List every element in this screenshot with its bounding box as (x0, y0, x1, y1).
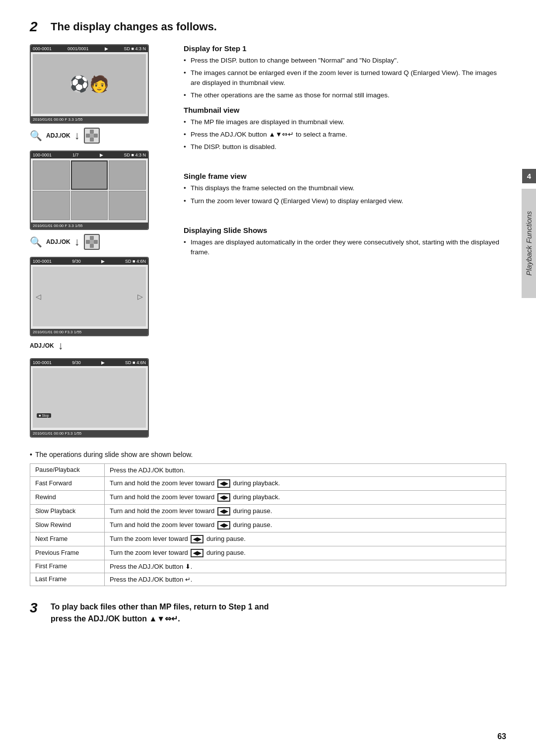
svg-rect-7 (90, 240, 94, 244)
list-item: This displays the frame selected on the … (184, 183, 506, 193)
screen4-group: 100-0001 9/30 ▶ SD ■ 4:6N ■ Stop 2010/01… (30, 358, 169, 441)
table-cell-action: Last Frame (30, 573, 105, 586)
screen1-image: ⚽🧑 (33, 54, 146, 114)
play-icon-2: ▶ (100, 152, 103, 157)
play-icon: ▶ (105, 46, 108, 51)
table-cell-action: Pause/Playback (30, 463, 105, 476)
svg-rect-6 (86, 240, 90, 244)
thumb-cell-active (71, 160, 108, 190)
slide-shows-heading: Displaying Slide Shows (184, 226, 506, 234)
svg-rect-4 (90, 138, 94, 142)
screen4-bottom: 2010/01/01 00:00 F3.3 1/55 (31, 430, 148, 437)
svg-rect-3 (94, 134, 98, 138)
adjok-control-1: 🔍 ADJ./OK ↓ (30, 128, 169, 144)
camera-screen-3: 100-0001 9/30 ▶ SD ■ 4:6N ◁ ▷ 2010/01/01… (30, 257, 149, 336)
down-arrow-1: ↓ (74, 130, 80, 141)
adjok-control-2: 🔍 ADJ./OK ↓ (30, 234, 169, 250)
screen1-top: 000-0001 0001/0001 ▶ SD ■ 4:3 N (31, 45, 148, 52)
table-cell-action: Slow Playback (30, 504, 105, 518)
slide-image: ■ Stop (33, 368, 146, 428)
thumb-cell (33, 191, 70, 220)
thumb-cell (33, 160, 70, 190)
table-cell-desc: Turn and hold the zoom lever toward ◀▶ d… (105, 504, 506, 518)
table-row: Pause/Playback Press the ADJ./OK button. (30, 463, 506, 476)
soccer-figure: ⚽🧑 (69, 75, 109, 93)
nav-left-icon: ◁ (36, 293, 41, 301)
page-number: 63 (497, 732, 506, 741)
thumbnail-grid (33, 160, 146, 220)
slide-shows-list: Images are displayed automatically in th… (184, 237, 506, 258)
step2-heading: 2 The display changes as follows. (30, 20, 506, 34)
single-frame-list: This displays the frame selected on the … (184, 183, 506, 206)
symbol-next: ◀▶ (191, 535, 203, 543)
table-cell-desc: Press the ADJ./OK button. (105, 463, 506, 476)
left-column: 000-0001 0001/0001 ▶ SD ■ 4:3 N ⚽🧑 2010/… (30, 44, 169, 441)
table-row: Next Frame Turn the zoom lever toward ◀▶… (30, 532, 506, 546)
adj-label-2: ADJ./OK (46, 238, 70, 245)
list-item: Press the ADJ./OK button ▲▼⇔↵ to select … (184, 130, 506, 140)
screen3-group: 100-0001 9/30 ▶ SD ■ 4:6N ◁ ▷ 2010/01/01… (30, 257, 169, 358)
list-item: The other operations are the same as tho… (184, 90, 506, 100)
table-cell-action: First Frame (30, 560, 105, 573)
play-icon-3: ▶ (101, 259, 105, 264)
screen4-top: 100-0001 9/30 ▶ SD ■ 4:6N (31, 359, 148, 366)
thumbnail-view-section: Thumbnail view The MP file images are di… (184, 106, 506, 152)
table-cell-action: Previous Frame (30, 546, 105, 560)
table-cell-desc: Press the ADJ./OK button ↵. (105, 573, 506, 586)
symbol-prev: ◀▶ (191, 549, 203, 557)
step3-text: To play back files other than MP files, … (51, 601, 269, 625)
table-cell-desc: Turn the zoom lever toward ◀▶ during pau… (105, 546, 506, 560)
enter-symbol: ↵ (185, 576, 191, 583)
table-row: Rewind Turn and hold the zoom lever towa… (30, 490, 506, 504)
table-cell-action: Slow Rewind (30, 518, 105, 532)
operations-intro: The operations during slide show are sho… (30, 451, 506, 458)
thumbnail-view-list: The MP file images are displayed in thum… (184, 117, 506, 152)
list-item: The images cannot be enlarged even if th… (184, 68, 506, 88)
list-item: Turn the zoom lever toward Q (Enlarged V… (184, 196, 506, 206)
operations-table: Pause/Playback Press the ADJ./OK button.… (30, 463, 506, 586)
thumb-cell (109, 191, 146, 220)
adjok-control-3: ADJ./OK ↓ (30, 340, 169, 351)
symbol-fastforward: ◀▶ (217, 479, 230, 488)
camera-screen-2: 100-0001 1/7 ▶ SD ■ 4:3 N 2010/01/01 00:… (30, 151, 149, 230)
magnifier-icon: 🔍 (30, 130, 42, 142)
screen1-bottom: 2010/01/01 00:00 F 3.3 1/55 (31, 116, 148, 123)
display-for-step1-heading: Display for Step 1 (184, 44, 506, 53)
list-item: Press the DISP. button to change between… (184, 56, 506, 66)
camera-screen-4: 100-0001 9/30 ▶ SD ■ 4:6N ■ Stop 2010/01… (30, 358, 149, 438)
screen2-group: 100-0001 1/7 ▶ SD ■ 4:3 N 2010/01/01 00:… (30, 151, 169, 257)
screen3-bottom: 2010/01/01 00:00 F3.3 1/55 (31, 329, 148, 335)
step3-number: 3 (30, 601, 45, 615)
down-arrow-2: ↓ (74, 236, 80, 247)
table-cell-desc: Turn and hold the zoom lever toward ◀▶ d… (105, 476, 506, 490)
svg-rect-1 (86, 134, 90, 138)
single-frame-heading: Single frame view (184, 172, 506, 180)
table-cell-desc: Turn and hold the zoom lever toward ◀▶ d… (105, 518, 506, 532)
adj-icon-2 (84, 234, 100, 250)
table-row: Previous Frame Turn the zoom lever towar… (30, 546, 506, 560)
screen2-bottom: 2010/01/01 00:00 F 3.3 1/55 (31, 223, 148, 229)
stop-indicator: ■ Stop (37, 413, 51, 418)
right-column: Display for Step 1 Press the DISP. butto… (184, 44, 506, 441)
svg-rect-2 (90, 134, 94, 138)
screen3-top: 100-0001 9/30 ▶ SD ■ 4:6N (31, 258, 148, 265)
list-item: Images are displayed automatically in th… (184, 237, 506, 258)
table-row: Slow Rewind Turn and hold the zoom lever… (30, 518, 506, 532)
slide-shows-section: Displaying Slide Shows Images are displa… (184, 226, 506, 258)
table-cell-desc: Turn and hold the zoom lever toward ◀▶ d… (105, 490, 506, 504)
symbol-slow-rewind: ◀▶ (217, 521, 230, 529)
down-symbol: ⬇ (185, 563, 191, 570)
dpad-icon-2 (86, 236, 98, 248)
display-for-step1-section: Display for Step 1 Press the DISP. butto… (184, 44, 506, 101)
thumb-cell (71, 191, 108, 220)
nav-right-icon: ▷ (137, 293, 143, 301)
step2-number: 2 (30, 20, 45, 34)
single-image: ◁ ▷ (33, 267, 146, 326)
list-item: The DISP. button is disabled. (184, 142, 506, 152)
table-row: Last Frame Press the ADJ./OK button ↵. (30, 573, 506, 586)
table-cell-desc: Turn the zoom lever toward ◀▶ during pau… (105, 532, 506, 546)
operations-section: The operations during slide show are sho… (30, 451, 506, 586)
section-number-4: 4 (522, 169, 536, 183)
step2-title: The display changes as follows. (51, 20, 217, 34)
display-for-step1-list: Press the DISP. button to change between… (184, 56, 506, 101)
